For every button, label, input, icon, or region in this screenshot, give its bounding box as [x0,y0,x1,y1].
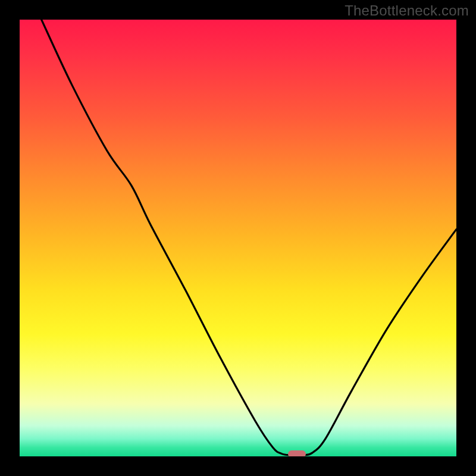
chart-frame: TheBottleneck.com [0,0,476,476]
plot-area [20,20,456,456]
bottleneck-curve [20,20,456,456]
watermark-text: TheBottleneck.com [345,2,469,19]
optimal-marker-icon [288,450,306,456]
